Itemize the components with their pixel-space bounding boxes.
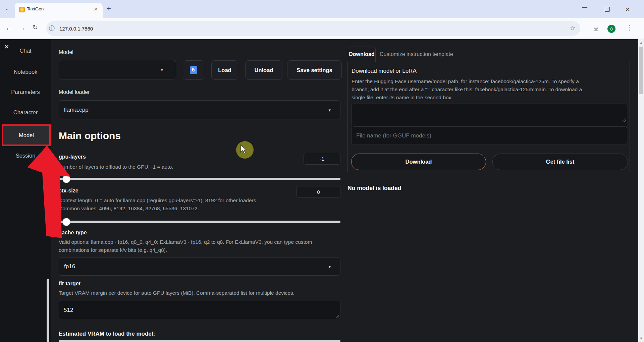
screen: ⌄ TextGen ✕ + — ✕ ← → ↻ ⓘ 127.0.0.1:7860…: [0, 0, 644, 342]
file-name-input[interactable]: [351, 126, 627, 145]
model-loader-dropdown[interactable]: llama.cpp ▾: [59, 100, 340, 119]
ctx-size-slider-thumb[interactable]: [62, 218, 70, 226]
profile-avatar[interactable]: 0: [607, 25, 615, 33]
new-tab-icon[interactable]: +: [107, 5, 111, 12]
ctx-size-description-line1: Context length. 0 = auto for llama.cpp (…: [59, 197, 258, 204]
instructions-line2: branch, add it at the end after a ":" ch…: [352, 86, 582, 94]
model-label: Model: [59, 49, 73, 55]
site-info-icon[interactable]: ⓘ: [49, 25, 55, 31]
chevron-down-icon: ▾: [161, 67, 163, 72]
gpu-layers-value[interactable]: -1: [304, 153, 340, 165]
unload-button[interactable]: Unload: [245, 60, 282, 80]
window-close-icon[interactable]: ✕: [625, 6, 630, 13]
cache-type-description-line2: combinations for separate k/v bits (e.g.…: [59, 247, 167, 253]
reload-icon[interactable]: ↻: [33, 24, 38, 31]
sidebar: [0, 39, 51, 342]
gpu-layers-slider-track[interactable]: [59, 178, 340, 180]
download-instructions: Enter the Hugging Face username/model pa…: [352, 77, 582, 102]
ctx-size-label: ctx-size: [59, 188, 78, 194]
model-dropdown[interactable]: ▾: [59, 60, 176, 79]
resize-handle-icon[interactable]: [336, 315, 339, 318]
scroll-down-icon[interactable]: ▼: [638, 336, 644, 340]
tab-customize-instruction-template[interactable]: Customize instruction template: [380, 51, 453, 57]
refresh-icon: ↻: [190, 66, 197, 74]
inner-scrollbar-thumb[interactable]: [47, 279, 49, 342]
refresh-models-button[interactable]: ↻: [183, 60, 204, 80]
fit-target-description: Target VRAM margin per device for auto G…: [59, 290, 294, 296]
downloads-tray-icon[interactable]: [592, 25, 600, 32]
tab-download[interactable]: Download: [348, 47, 376, 62]
window-restore-icon[interactable]: [605, 7, 610, 12]
model-loader-label: Model loader: [59, 89, 90, 95]
gpu-layers-slider-thumb[interactable]: [62, 175, 70, 183]
sidebar-item-notebook[interactable]: Notebook: [0, 69, 51, 75]
chevron-down-icon: ▾: [328, 264, 331, 269]
estimated-vram-label: Estimated VRAM to load the model:: [59, 331, 155, 337]
forward-icon[interactable]: →: [19, 24, 25, 31]
vram-bar: [59, 340, 340, 342]
browser-menu-kebab-icon[interactable]: ⋮: [627, 24, 633, 31]
main-options-heading: Main options: [59, 130, 121, 141]
url-text[interactable]: 127.0.0.1:7860: [59, 26, 93, 32]
sidebar-item-character[interactable]: Character: [0, 109, 51, 116]
cache-type-dropdown[interactable]: fp16 ▾: [59, 257, 340, 276]
fit-target-label: fit-target: [59, 281, 80, 287]
tab-title: TextGen: [27, 6, 44, 11]
sidebar-item-chat[interactable]: Chat: [0, 48, 51, 54]
sidebar-item-model[interactable]: Model: [2, 124, 51, 146]
model-path-input[interactable]: [351, 104, 627, 128]
load-button[interactable]: Load: [211, 60, 238, 80]
sidebar-item-parameters[interactable]: Parameters: [0, 89, 51, 95]
ctx-size-description-line2: Common values: 4096, 8192, 16384, 32768,…: [59, 206, 199, 212]
ctx-size-value[interactable]: 0: [297, 186, 340, 198]
fit-target-field-wrap: [59, 301, 340, 319]
scrollbar-thumb[interactable]: [639, 47, 643, 94]
scroll-up-icon[interactable]: ▲: [638, 41, 644, 45]
model-path-field-wrap: [351, 104, 627, 123]
tab-close-icon[interactable]: ✕: [94, 7, 98, 12]
sidebar-item-session[interactable]: Session: [0, 153, 51, 159]
resize-handle-icon[interactable]: [623, 118, 626, 122]
cache-type-value: fp16: [64, 263, 75, 270]
gpu-layers-description: Number of layers to offload to the GPU. …: [59, 164, 173, 170]
instructions-line3: single file, enter its name in the secon…: [352, 94, 582, 102]
download-button[interactable]: Download: [351, 154, 486, 170]
cache-type-label: cache-type: [59, 230, 87, 236]
chevron-down-icon: ▾: [328, 107, 331, 112]
back-icon[interactable]: ←: [5, 24, 12, 31]
address-bar[interactable]: [46, 21, 580, 36]
tab-search-chevron-icon[interactable]: ⌄: [4, 6, 9, 11]
model-status-text: No model is loaded: [347, 185, 401, 192]
model-loader-value: llama.cpp: [64, 107, 89, 113]
textgen-favicon-icon: [19, 7, 25, 12]
download-heading: Download model or LoRA: [352, 68, 417, 74]
bookmark-star-icon[interactable]: ☆: [570, 25, 576, 31]
instructions-line1: Enter the Hugging Face username/model pa…: [352, 77, 582, 86]
window-minimize-icon[interactable]: —: [582, 4, 587, 10]
cache-type-description-line1: Valid options: llama.cpp - fp16, q8_0, q…: [59, 239, 312, 245]
ctx-size-slider-track[interactable]: [59, 221, 340, 223]
save-settings-button[interactable]: Save settings: [287, 60, 342, 80]
get-file-list-button[interactable]: Get file list: [492, 154, 628, 170]
fit-target-input[interactable]: [59, 301, 340, 319]
gpu-layers-label: gpu-layers: [59, 154, 86, 160]
